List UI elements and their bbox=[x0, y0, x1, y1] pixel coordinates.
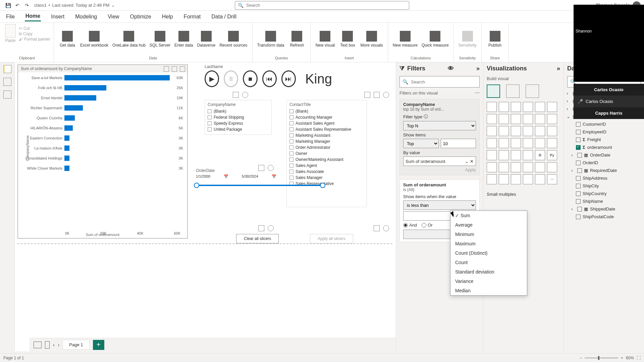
clear-icon-3[interactable] bbox=[268, 165, 274, 171]
viz-type-icon[interactable] bbox=[547, 126, 557, 136]
bar-row[interactable]: White Clover Markets3K bbox=[22, 166, 183, 171]
zoom-out-button[interactable]: − bbox=[580, 356, 582, 360]
viz-type-icon[interactable] bbox=[499, 174, 509, 184]
field-checkbox[interactable] bbox=[576, 199, 581, 204]
filter-search[interactable]: 🔍 bbox=[399, 76, 480, 87]
eye-icon[interactable]: 👁 bbox=[448, 65, 454, 72]
slicer-item[interactable]: Sales Agent bbox=[289, 163, 364, 169]
chart-icon[interactable] bbox=[233, 92, 239, 98]
viz-type-icon[interactable] bbox=[547, 114, 557, 124]
checkbox[interactable] bbox=[289, 152, 293, 156]
clear-icon[interactable] bbox=[242, 92, 248, 98]
chevron-down-icon[interactable]: ⌄ ✕ bbox=[465, 159, 474, 164]
field-checkbox[interactable] bbox=[577, 153, 582, 158]
collapse-icon[interactable]: » bbox=[476, 65, 480, 72]
viz-type-icon[interactable] bbox=[523, 114, 533, 124]
ribbon-excel-workbook[interactable]: Excel workbook bbox=[79, 24, 110, 54]
viz-type-icon[interactable] bbox=[523, 174, 533, 184]
chart-icon-4[interactable] bbox=[258, 165, 264, 171]
collapse-icon[interactable]: » bbox=[557, 65, 560, 72]
focus-icon[interactable] bbox=[172, 66, 177, 72]
viz-type-icon[interactable] bbox=[499, 138, 509, 148]
more-icon[interactable] bbox=[180, 66, 185, 72]
agg-option-maximum[interactable]: Maximum bbox=[450, 239, 527, 248]
apply-filter-link[interactable]: Apply bbox=[403, 167, 476, 172]
page-next-icon[interactable]: › bbox=[58, 342, 60, 348]
viz-type-icon[interactable] bbox=[523, 102, 533, 112]
viz-type-icon[interactable] bbox=[547, 102, 557, 112]
viz-type-icon[interactable] bbox=[523, 162, 533, 172]
bar-row[interactable]: Save-a-lot Markets63K bbox=[22, 75, 183, 80]
menu-tab-format[interactable]: Format bbox=[183, 12, 202, 21]
page-prev-icon[interactable]: ‹ bbox=[53, 342, 55, 348]
zoom-slider[interactable] bbox=[585, 357, 618, 359]
viz-type-icon[interactable] bbox=[535, 174, 545, 184]
menu-tab-help[interactable]: Help bbox=[161, 12, 174, 21]
viz-type-icon[interactable] bbox=[535, 126, 545, 136]
bar-row[interactable]: Consolidated Holdings3K bbox=[22, 156, 183, 161]
device-mobile-icon[interactable] bbox=[45, 341, 50, 349]
field-customerid[interactable]: CustomerID bbox=[567, 121, 641, 127]
checkbox[interactable] bbox=[289, 133, 293, 137]
slicer-item[interactable]: Marketing Assistant bbox=[289, 132, 364, 138]
ribbon-text-box[interactable]: Text box bbox=[337, 24, 358, 54]
play-button[interactable]: ▶ bbox=[205, 70, 219, 87]
viz-type-icon[interactable] bbox=[487, 174, 497, 184]
viz-type-icon[interactable] bbox=[511, 126, 521, 136]
report-view-icon[interactable] bbox=[3, 65, 11, 73]
slicer-item[interactable]: (Blank) bbox=[208, 108, 269, 114]
ribbon-new-measure[interactable]: New measure bbox=[391, 24, 419, 54]
ribbon-quick-measure[interactable]: Quick measure bbox=[420, 24, 450, 54]
zoom-level[interactable]: 60% bbox=[626, 356, 634, 360]
field-shipname[interactable]: ShipName bbox=[567, 198, 641, 204]
checkbox[interactable] bbox=[208, 109, 212, 113]
field-shippostalcode[interactable]: ShipPostalCode bbox=[567, 214, 641, 220]
field-shipaddress[interactable]: ShipAddress bbox=[567, 175, 641, 181]
agg-option-count-distinct-[interactable]: Count (Distinct) bbox=[450, 248, 527, 258]
checkbox[interactable] bbox=[289, 164, 293, 168]
menu-tab-modeling[interactable]: Modeling bbox=[74, 12, 98, 21]
next-button[interactable]: ⏭ bbox=[281, 70, 296, 87]
bar-row[interactable]: Queen Cozinha6K bbox=[22, 115, 183, 121]
field-freight[interactable]: ΣFreight bbox=[567, 136, 641, 143]
viz-type-icon[interactable] bbox=[511, 174, 521, 184]
search-box[interactable]: 🔍 bbox=[235, 1, 409, 10]
more-icon[interactable]: ⋯ bbox=[475, 90, 480, 96]
ribbon-sql-server[interactable]: SQL Server bbox=[148, 24, 172, 54]
bar-row[interactable]: Eastern Connection3K bbox=[22, 135, 183, 141]
stop-button[interactable]: ■ bbox=[243, 70, 257, 87]
bar-row[interactable]: HILARIÓN-Abastos5K bbox=[22, 125, 183, 131]
document-title[interactable]: class1 • Last saved: Today at 2:48 PM ⌄ bbox=[34, 3, 115, 8]
slider-handle-right[interactable] bbox=[320, 183, 325, 188]
by-value-field[interactable]: Sum of orderamount ⌄ ✕ bbox=[403, 157, 476, 166]
add-page-button[interactable]: + bbox=[93, 340, 104, 350]
save-icon[interactable]: 💾 bbox=[3, 1, 13, 10]
ribbon-publish[interactable]: Publish bbox=[485, 24, 505, 54]
field-checkbox[interactable] bbox=[576, 191, 581, 196]
viz-type-icon[interactable] bbox=[499, 114, 509, 124]
slicer-item[interactable]: United Package bbox=[208, 126, 269, 132]
slicer-item[interactable]: Order Administrator bbox=[289, 144, 364, 150]
viz-type-icon[interactable] bbox=[499, 102, 509, 112]
slicer-item[interactable]: Owner/Marketing Assistant bbox=[289, 157, 364, 163]
chart-icon-3[interactable] bbox=[374, 92, 380, 98]
menu-tab-home[interactable]: Home bbox=[25, 12, 41, 21]
or-radio[interactable]: Or bbox=[422, 223, 432, 228]
filter-icon[interactable] bbox=[164, 66, 169, 72]
ribbon-transform-data[interactable]: Transform data bbox=[256, 24, 286, 54]
viz-type-icon[interactable] bbox=[487, 102, 497, 112]
viz-type-icon[interactable] bbox=[487, 150, 497, 160]
slicer-item[interactable]: Federal Shipping bbox=[208, 114, 269, 120]
field-orderamount[interactable]: Σorderamount bbox=[567, 144, 641, 150]
clear-icon-4[interactable] bbox=[268, 225, 274, 231]
field-employeeid[interactable]: EmployeeID bbox=[567, 129, 641, 135]
menu-tab-insert[interactable]: Insert bbox=[50, 12, 65, 21]
agg-option-variance[interactable]: Variance bbox=[450, 277, 527, 286]
field-shippeddate[interactable]: ›▦ShippedDate bbox=[567, 206, 641, 212]
field-checkbox[interactable] bbox=[576, 161, 581, 165]
slicer-item[interactable]: Speedy Express bbox=[208, 120, 269, 126]
redo-icon[interactable]: ↷ bbox=[22, 1, 32, 10]
info-icon[interactable]: ⓘ bbox=[424, 114, 428, 120]
checkbox[interactable] bbox=[208, 115, 212, 119]
checkbox[interactable] bbox=[208, 127, 212, 131]
